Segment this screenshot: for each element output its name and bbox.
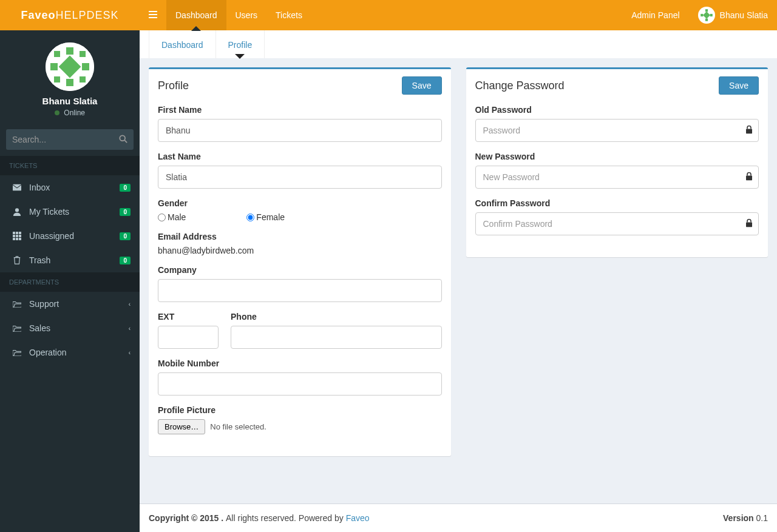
sidebar-item-inbox[interactable]: Inbox 0 (0, 175, 140, 200)
envelope-icon (11, 183, 23, 192)
ext-input[interactable] (158, 326, 219, 349)
top-navbar: Dashboard Users Tickets Admin Panel Bhan… (140, 0, 777, 30)
svg-rect-27 (16, 238, 18, 240)
svg-rect-3 (710, 14, 712, 16)
footer-faveo-link[interactable]: Faveo (346, 513, 370, 523)
svg-rect-2 (701, 14, 703, 16)
tab-dashboard[interactable]: Dashboard (149, 30, 216, 58)
nav-right: Admin Panel Bhanu Slatia (622, 0, 777, 30)
password-column: Change Password Save Old Password N (466, 67, 769, 266)
sidebar-item-sales[interactable]: Sales ‹ (0, 316, 140, 340)
svg-rect-20 (13, 232, 15, 234)
folder-open-icon (11, 300, 23, 308)
footer-copyright: Copyright © 2015 . (149, 513, 226, 523)
confirm-password-input[interactable] (475, 212, 759, 235)
email-label: Email Address (158, 232, 442, 241)
svg-rect-25 (19, 235, 21, 237)
last-name-label: Last Name (158, 152, 442, 161)
picture-label: Profile Picture (158, 405, 442, 415)
profile-column: Profile Save First Name Last Name (149, 67, 451, 465)
password-box-header: Change Password Save (466, 69, 769, 102)
sidebar-item-unassigned[interactable]: Unassigned 0 (0, 224, 140, 248)
password-save-button[interactable]: Save (719, 76, 759, 95)
chevron-left-icon: ‹ (129, 349, 131, 356)
nav-tickets[interactable]: Tickets (266, 0, 311, 30)
company-label: Company (158, 265, 442, 275)
gender-male-radio[interactable] (158, 214, 166, 221)
sidebar-toggle[interactable] (140, 0, 166, 30)
mobile-input[interactable] (158, 372, 442, 396)
svg-rect-21 (16, 232, 18, 234)
phone-label: Phone (231, 312, 442, 322)
last-name-input[interactable] (158, 166, 442, 189)
logo[interactable]: Faveo HELPDESK (0, 0, 140, 30)
sidebar-item-operation[interactable]: Operation ‹ (0, 340, 140, 365)
folder-open-icon (11, 348, 23, 357)
nav-dashboard[interactable]: Dashboard (166, 0, 226, 30)
profile-box-header: Profile Save (149, 69, 451, 102)
gender-female-option[interactable]: Female (246, 212, 285, 222)
svg-line-17 (124, 140, 127, 143)
svg-rect-28 (19, 238, 21, 240)
svg-rect-11 (66, 79, 73, 86)
user-avatar-large-icon (46, 42, 94, 91)
badge: 0 (120, 184, 131, 192)
gender-female-radio[interactable] (246, 214, 254, 221)
password-box: Change Password Save Old Password N (466, 67, 769, 257)
profile-box: Profile Save First Name Last Name (149, 67, 451, 456)
sidebar-item-label: Support (29, 299, 129, 309)
nav-admin-panel[interactable]: Admin Panel (622, 0, 688, 30)
first-name-input[interactable] (158, 119, 442, 142)
svg-rect-26 (13, 238, 15, 240)
nav-users[interactable]: Users (226, 0, 267, 30)
company-input[interactable] (158, 279, 442, 302)
svg-rect-14 (54, 76, 60, 82)
svg-rect-4 (705, 9, 707, 12)
bars-icon (149, 10, 157, 21)
new-password-input[interactable] (475, 166, 759, 189)
confirm-password-label: Confirm Password (475, 198, 759, 208)
email-value: bhanu@ladybirdweb.com (158, 246, 442, 255)
sidebar-item-support[interactable]: Support ‹ (0, 292, 140, 316)
sidebar-item-label: Operation (29, 348, 129, 357)
phone-input[interactable] (231, 326, 442, 349)
gender-male-option[interactable]: Male (158, 212, 186, 222)
content-wrapper: Dashboard Profile Profile Save First Nam… (140, 30, 777, 532)
svg-rect-12 (54, 51, 60, 57)
trash-icon (11, 256, 23, 264)
footer: Copyright © 2015 . All rights reserved. … (140, 503, 777, 532)
sidebar-menu-tickets: Inbox 0 My Tickets 0 Unassigned 0 Trash … (0, 175, 140, 272)
profile-box-body: First Name Last Name Gender (149, 102, 451, 456)
tabs-bar: Dashboard Profile (140, 30, 777, 58)
password-box-body: Old Password New Password (466, 102, 769, 257)
mobile-label: Mobile Number (158, 359, 442, 368)
tab-profile[interactable]: Profile (216, 30, 265, 58)
badge: 0 (120, 208, 131, 216)
folder-open-icon (11, 324, 23, 332)
svg-rect-13 (80, 51, 86, 57)
logo-light: HELPDESK (55, 9, 118, 22)
sidebar-item-label: Unassigned (29, 231, 120, 241)
logo-bold: Faveo (21, 9, 55, 22)
search-icon (119, 135, 127, 145)
sidebar-search-button[interactable] (113, 129, 134, 150)
footer-version-label: Version (723, 513, 754, 523)
profile-title: Profile (158, 79, 189, 92)
sidebar-item-my-tickets[interactable]: My Tickets 0 (0, 200, 140, 224)
sidebar-user-panel: Bhanu Slatia Online (0, 30, 140, 123)
svg-rect-9 (82, 63, 89, 70)
old-password-input[interactable] (475, 119, 759, 142)
browse-button[interactable]: Browse… (158, 419, 205, 434)
svg-point-19 (15, 208, 19, 212)
user-menu[interactable]: Bhanu Slatia (689, 0, 777, 30)
svg-rect-10 (66, 47, 73, 55)
file-input-row: Browse… No file selected. (158, 419, 442, 434)
sidebar-header-tickets: TICKETS (0, 156, 140, 175)
sidebar-item-trash[interactable]: Trash 0 (0, 248, 140, 272)
file-status-text: No file selected. (210, 422, 266, 431)
chevron-left-icon: ‹ (129, 325, 131, 332)
profile-save-button[interactable]: Save (402, 76, 442, 95)
content-row: Profile Save First Name Last Name (149, 67, 768, 465)
grid-icon (11, 232, 23, 240)
gender-radio-row: Male Female (158, 212, 442, 222)
